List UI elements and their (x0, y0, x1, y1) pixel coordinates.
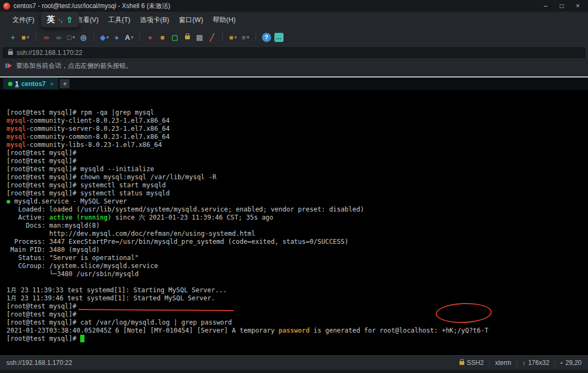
address-bar-wrap: ssh://192.168.1.170:22 (0, 46, 588, 59)
transfer-disabled-icon[interactable]: ■▾ (240, 32, 251, 43)
terminal-line: mysql-community-client-8.0.23-1.el7.x86_… (6, 117, 588, 125)
status-item-29-20: ▪29,20 (561, 359, 582, 367)
terminal-line: [root@test mysql]# (6, 157, 588, 165)
connected-dot-icon (8, 82, 12, 86)
close-button[interactable]: × (570, 1, 586, 11)
status-separator (516, 359, 517, 367)
session-properties-icon[interactable]: ◆▾ (99, 32, 110, 43)
menu-item-help[interactable]: 帮助(H) (208, 13, 240, 27)
info-message: 要添加当前会话，点击左侧的箭头按钮。 (16, 61, 132, 71)
window-controls: – □ × (537, 1, 586, 11)
dropdown-arrow-icon[interactable]: ▾ (235, 35, 237, 40)
terminal-line: 1月 23 11:39:46 test systemd[1]: Started … (6, 294, 588, 302)
info-bar: 要添加当前会话，点击左侧的箭头按钮。 (0, 59, 588, 72)
new-session-icon[interactable]: + (8, 32, 18, 43)
ime-shift-icon[interactable]: ⇧ (66, 15, 73, 25)
terminal-line: [root@test mysql]# chown mysql:mysql /va… (6, 173, 588, 181)
ime-punctuation-icon[interactable]: ·, (59, 16, 62, 24)
terminal-line: CGroup: /system.slice/mysqld.service (6, 262, 588, 270)
ssh2-lock-icon (459, 361, 464, 365)
terminal[interactable]: [root@test mysql]# rpm -qa |grep mysqlmy… (0, 90, 588, 355)
add-session-arrow-tip-icon[interactable] (8, 63, 12, 68)
terminal-line (6, 278, 588, 286)
tab-number: 1 (15, 80, 19, 88)
xshell-app-icon (3, 3, 10, 10)
disconnect-icon[interactable]: ∞ (41, 32, 52, 43)
maximize-button[interactable]: □ (554, 1, 570, 11)
dropdown-arrow-icon[interactable]: ▾ (107, 35, 109, 40)
minimize-button[interactable]: – (537, 1, 554, 11)
terminal-line: [root@test mysql]# (6, 149, 588, 157)
title-bar: centos7 - root@test:/usr/local/mysql - X… (0, 0, 588, 12)
log-editor-icon[interactable]: ■ (157, 32, 168, 43)
terminal-line: Active: active (running) since 六 2021-01… (6, 214, 588, 222)
window-title: centos7 - root@test:/usr/local/mysql - X… (13, 2, 171, 11)
terminal-line: └─3480 /usr/sbin/mysqld (6, 270, 588, 278)
dropdown-arrow-icon[interactable]: ▾ (27, 35, 29, 40)
menu-item-window[interactable]: 窗口(W) (174, 13, 208, 27)
terminal-line: [root@test mysql]# (6, 311, 588, 319)
terminal-line: [root@test mysql]# rpm -qa |grep mysql (6, 109, 588, 117)
chat-icon[interactable]: … (273, 32, 284, 43)
tab-close-icon[interactable]: × (50, 81, 53, 87)
toolbar-separator (36, 33, 36, 41)
terminal-line: [root@test mysql]# (6, 335, 588, 343)
fullscreen-icon[interactable]: ▢ (169, 32, 180, 43)
web-icon[interactable]: ● (111, 32, 122, 43)
status-item-xterm: xterm (495, 359, 511, 367)
terminal-size-icon: ↕ (522, 360, 526, 366)
terminal-line: [root@test mysql]# systemctl status mysq… (6, 189, 588, 198)
dropdown-arrow-icon[interactable]: ▾ (73, 35, 75, 40)
ime-popup: 英 ·, ⇧ (41, 12, 79, 27)
menu-item-file[interactable]: 文件(F) (8, 13, 39, 27)
status-bar: ssh://192.168.1.170:22 SSH2xterm↕176x32▪… (0, 355, 588, 370)
terminal-line: [root@test mysql]# mysqld --initialize (6, 165, 588, 173)
terminal-line: Docs: man:mysqld(8) (6, 222, 588, 230)
terminal-line: mysql-community-libs-8.0.23-1.el7.x86_64 (6, 141, 588, 149)
bottom-strip (0, 370, 588, 373)
help-icon[interactable]: ? (261, 32, 272, 43)
terminal-line: 2021-01-23T03:38:40.052045Z 6 [Note] [MY… (6, 327, 588, 335)
duplicate-session-icon[interactable]: □▾ (66, 32, 76, 43)
status-url: ssh://192.168.1.170:22 (6, 359, 72, 367)
file-transfer-icon[interactable]: ■▾ (228, 32, 238, 43)
fonts-icon[interactable]: A▾ (124, 32, 134, 43)
terminal-line: mysql-community-common-8.0.23-1.el7.x86_… (6, 133, 588, 141)
address-bar[interactable]: ssh://192.168.1.170:22 (3, 47, 585, 58)
tab-centos7[interactable]: 1 centos7 × (3, 78, 58, 89)
terminal-output: [root@test mysql]# rpm -qa |grep mysqlmy… (6, 109, 588, 343)
terminal-line: [root@test mysql]# cat /var/log/mysqld.l… (6, 319, 588, 327)
address-url: ssh://192.168.1.170:22 (17, 49, 82, 57)
terminal-line: ● mysqld.service - MySQL Server (6, 198, 588, 206)
status-separator (555, 359, 555, 367)
find-icon[interactable]: ◎ (78, 32, 89, 43)
lock-screen-icon[interactable] (182, 32, 193, 43)
chrome-gap (0, 72, 588, 76)
terminal-line: Status: "Server is operational" (6, 254, 588, 262)
status-item-ssh2: SSH2 (459, 359, 484, 367)
terminal-line: mysql-community-server-8.0.23-1.el7.x86_… (6, 125, 588, 133)
add-session-arrow-icon[interactable] (5, 64, 7, 68)
open-sessions-icon[interactable]: ■▾ (20, 32, 31, 43)
ssl-lock-icon (8, 51, 13, 55)
dropdown-arrow-icon[interactable]: ▾ (247, 35, 249, 40)
terminal-line: 1月 23 11:39:33 test systemd[1]: Starting… (6, 286, 588, 294)
tab-bar: 1 centos7 × + (0, 78, 588, 90)
toolbar-separator (94, 33, 94, 41)
keyboard-icon[interactable]: ▤ (194, 32, 205, 43)
terminal-line: [root@test mysql]# systemctl start mysql… (6, 181, 588, 189)
terminal-line: Loaded: loaded (/usr/lib/systemd/system/… (6, 206, 588, 214)
new-tab-button[interactable]: + (60, 79, 69, 88)
record-icon[interactable]: ● (145, 32, 155, 43)
tab-label: centos7 (22, 80, 46, 88)
terminal-line: http://dev.mysql.com/doc/refman/en/using… (6, 230, 588, 238)
highlight-pen-icon[interactable]: ╱ (207, 32, 217, 43)
status-right: SSH2xterm↕176x32▪29,20 (459, 359, 582, 367)
reconnect-icon[interactable]: ∞ (53, 32, 64, 43)
menu-item-tools[interactable]: 工具(T) (103, 13, 135, 27)
toolbar: +■▾∞∞□▾◎◆▾●A▾●■▢▤╱■▾■▾?… (0, 28, 588, 46)
ime-mode-indicator[interactable]: 英 (47, 15, 55, 25)
dropdown-arrow-icon[interactable]: ▾ (131, 35, 133, 40)
menu-item-tabs[interactable]: 选项卡(B) (135, 13, 174, 27)
menu-bar: 文件(F)编辑(E)查看(V)工具(T)选项卡(B)窗口(W)帮助(H) 英 ·… (0, 12, 588, 28)
